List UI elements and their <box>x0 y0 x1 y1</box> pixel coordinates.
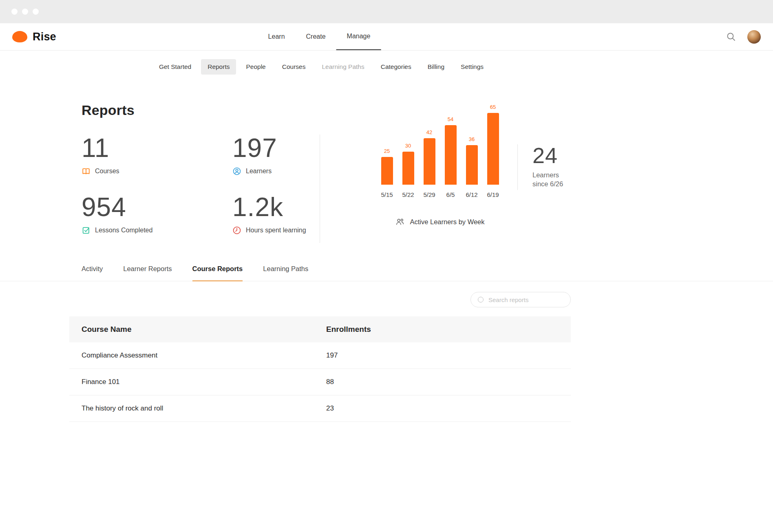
stat-label-row: Hours spent learning <box>232 226 320 235</box>
enrollments-cell: 23 <box>314 404 571 413</box>
stats-grid: 11 Courses 197 Learners 954 <box>69 135 320 243</box>
bar-x-label: 6/12 <box>466 191 477 198</box>
subnav-item-settings[interactable]: Settings <box>454 59 490 75</box>
subnav-item-courses[interactable]: Courses <box>276 59 312 75</box>
report-tabs: Activity Learner Reports Course Reports … <box>69 265 773 281</box>
header-right <box>726 30 761 44</box>
stat-hours-learning: 1.2k Hours spent learning <box>232 194 320 235</box>
tab-learning-paths[interactable]: Learning Paths <box>263 265 308 281</box>
stat-label-row: Courses <box>82 167 232 176</box>
stat-learners: 197 Learners <box>232 135 320 176</box>
check-square-icon <box>82 226 91 235</box>
person-icon <box>232 167 241 176</box>
nav-item-create[interactable]: Create <box>296 23 336 50</box>
brand[interactable]: Rise <box>12 31 56 43</box>
stat-label: Lessons Completed <box>95 227 152 234</box>
bar-value-label: 42 <box>426 129 432 135</box>
summary-label: Learners since 6/26 <box>532 170 563 189</box>
chart-area: 255/15305/22425/29546/5366/12656/19 Acti… <box>320 112 571 243</box>
bar-value-label: 36 <box>469 136 475 142</box>
bar-value-label: 30 <box>405 143 411 149</box>
bar-x-label: 6/5 <box>446 191 455 198</box>
tab-activity[interactable]: Activity <box>82 265 103 281</box>
avatar[interactable] <box>747 30 761 44</box>
search-reports-field[interactable] <box>470 292 571 307</box>
chart-caption: Active Learners by Week <box>376 217 504 227</box>
report-tabbar: Activity Learner Reports Course Reports … <box>0 265 773 281</box>
overview-section: 11 Courses 197 Learners 954 <box>69 135 571 243</box>
people-icon <box>395 217 405 227</box>
stat-label-row: Learners <box>232 167 320 176</box>
book-icon <box>82 167 91 176</box>
bar <box>445 125 457 185</box>
bar <box>487 113 499 185</box>
main-nav: Learn Create Manage <box>258 23 381 50</box>
bar-chart: 255/15305/22425/29546/5366/12656/19 <box>376 112 504 198</box>
brand-name: Rise <box>33 31 56 43</box>
app-header: Rise Learn Create Manage <box>0 23 773 51</box>
stat-value: 1.2k <box>232 194 320 221</box>
reports-page: Reports 11 Courses 197 Learners <box>69 102 571 422</box>
search-icon <box>478 297 484 302</box>
bar-x-label: 5/29 <box>423 191 435 198</box>
table-row[interactable]: Finance 10188 <box>69 369 571 395</box>
bar <box>381 157 393 185</box>
tab-learner-reports[interactable]: Learner Reports <box>123 265 172 281</box>
bar <box>466 145 478 185</box>
bar-group: 425/29 <box>419 129 440 198</box>
enrollments-cell: 88 <box>314 378 571 386</box>
bar <box>424 138 435 185</box>
bar-value-label: 25 <box>384 148 390 154</box>
enrollments-cell: 197 <box>314 351 571 360</box>
bar <box>402 152 414 185</box>
window-control-dot[interactable] <box>11 9 18 15</box>
subnav-item-categories[interactable]: Categories <box>374 59 418 75</box>
stat-label-row: Lessons Completed <box>82 226 232 235</box>
chart-caption-label: Active Learners by Week <box>410 218 484 226</box>
active-learners-chart: 255/15305/22425/29546/5366/12656/19 Acti… <box>376 112 504 243</box>
stat-lessons-completed: 954 Lessons Completed <box>82 194 232 235</box>
bar-group: 366/12 <box>461 136 482 198</box>
window-control-dot[interactable] <box>33 9 39 15</box>
subnav-item-learning-paths[interactable]: Learning Paths <box>315 59 371 75</box>
stat-value: 954 <box>82 194 232 221</box>
column-header-course-name: Course Name <box>69 325 314 334</box>
search-icon[interactable] <box>726 32 736 42</box>
summary-label-line2: since 6/26 <box>532 179 563 188</box>
subnav-item-people[interactable]: People <box>239 59 272 75</box>
manage-subnav: Get Started Reports People Courses Learn… <box>0 51 773 84</box>
subnav-item-get-started[interactable]: Get Started <box>152 59 198 75</box>
bar-value-label: 54 <box>448 116 453 122</box>
stat-label: Learners <box>246 168 272 175</box>
nav-item-manage[interactable]: Manage <box>336 23 381 50</box>
tab-course-reports[interactable]: Course Reports <box>192 265 243 281</box>
stat-label: Courses <box>95 168 119 175</box>
chart-summary: 24 Learners since 6/26 <box>517 143 563 243</box>
bar-group: 546/5 <box>440 116 461 198</box>
subnav-item-billing[interactable]: Billing <box>421 59 451 75</box>
window-control-dot[interactable] <box>22 9 28 15</box>
rise-logo-icon <box>12 31 27 42</box>
nav-item-learn[interactable]: Learn <box>258 23 296 50</box>
window-title-bar <box>0 0 773 23</box>
column-header-enrollments: Enrollments <box>314 325 571 334</box>
search-reports-input[interactable] <box>488 296 563 303</box>
bar-x-label: 6/19 <box>487 191 499 198</box>
clock-icon <box>232 226 241 235</box>
course-name-cell: Compliance Assessment <box>69 351 314 360</box>
table-row[interactable]: The history of rock and roll23 <box>69 395 571 422</box>
subnav-item-reports[interactable]: Reports <box>201 59 236 75</box>
bar-group: 305/22 <box>398 143 419 198</box>
course-name-cell: The history of rock and roll <box>69 404 314 413</box>
stat-courses: 11 Courses <box>82 135 232 176</box>
course-reports-table: Course Name Enrollments Compliance Asses… <box>69 316 571 422</box>
bar-x-label: 5/15 <box>381 191 393 198</box>
stat-value: 197 <box>232 135 320 162</box>
stat-label: Hours spent learning <box>246 227 306 234</box>
bar-group: 656/19 <box>482 104 504 198</box>
bar-x-label: 5/22 <box>402 191 414 198</box>
course-name-cell: Finance 101 <box>69 378 314 386</box>
bar-group: 255/15 <box>376 148 398 198</box>
table-row[interactable]: Compliance Assessment197 <box>69 342 571 369</box>
table-toolbar <box>69 292 571 307</box>
